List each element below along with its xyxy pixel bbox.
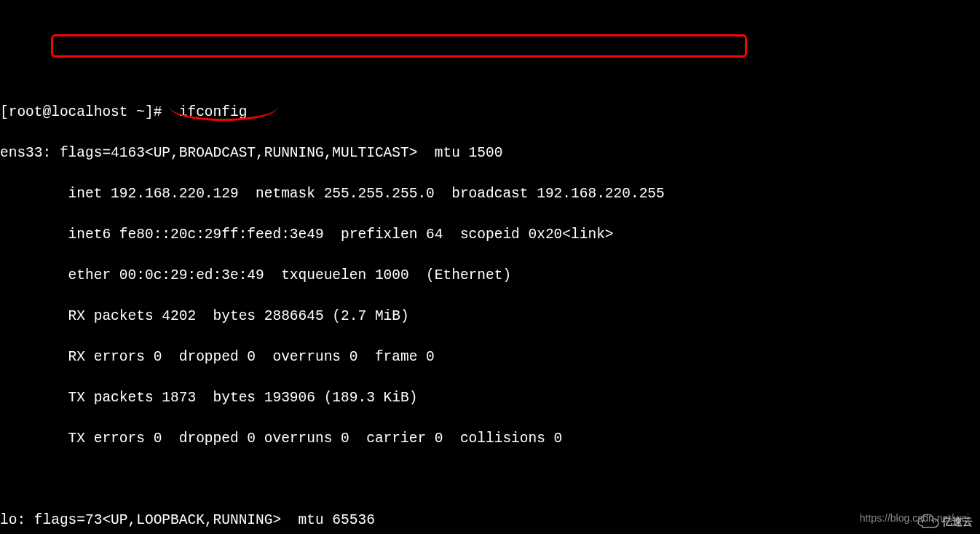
ens33-rxpackets: RX packets 4202 bytes 2886645 (2.7 MiB) <box>0 306 980 326</box>
ens33-ether: ether 00:0c:29:ed:3e:49 txqueuelen 1000 … <box>0 265 980 286</box>
ens33-rxerrors: RX errors 0 dropped 0 overruns 0 frame 0 <box>0 347 980 367</box>
logo-container: 亿速云 <box>917 511 973 532</box>
ens33-inet6: inet6 fe80::20c:29ff:feed:3e49 prefixlen… <box>0 224 980 245</box>
prompt-line: [root@localhost ~]# ifconfig <box>0 102 980 122</box>
lo-header: lo: flags=73<UP,LOOPBACK,RUNNING> mtu 65… <box>0 510 980 530</box>
ens33-txerrors: TX errors 0 dropped 0 overruns 0 carrier… <box>0 428 980 449</box>
inet-highlight-box <box>51 34 747 58</box>
ens33-header: ens33: flags=4163<UP,BROADCAST,RUNNING,M… <box>0 143 980 163</box>
ens33-inet: inet 192.168.220.129 netmask 255.255.255… <box>0 184 980 204</box>
logo-text: 亿速云 <box>942 511 973 532</box>
terminal-output[interactable]: [root@localhost ~]# ifconfig ens33: flag… <box>0 82 980 534</box>
ens33-txpackets: TX packets 1873 bytes 193906 (189.3 KiB) <box>0 388 980 408</box>
cloud-icon <box>917 514 940 529</box>
blank-line-1 <box>0 469 980 490</box>
command-text: ifconfig <box>179 104 248 120</box>
shell-prompt: [root@localhost ~]# <box>0 104 170 120</box>
